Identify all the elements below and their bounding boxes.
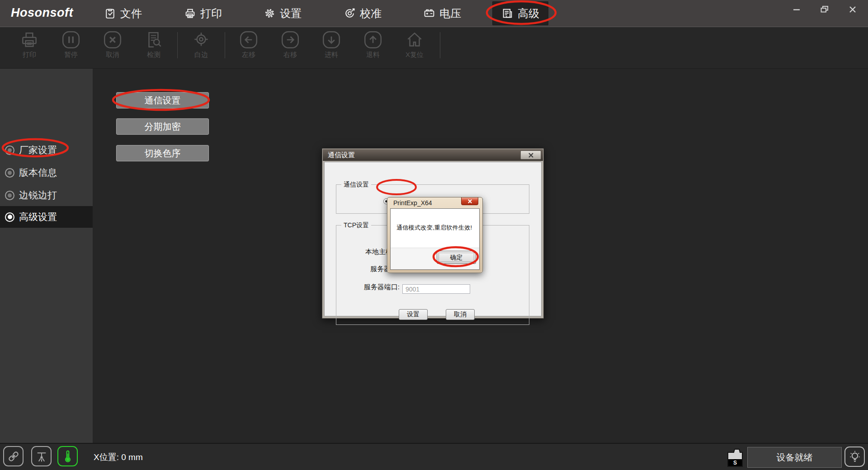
menu-item-label: 文件 — [120, 6, 142, 21]
printexp-message-modal: PrintExp_X64 通信模式改变,重启软件生效! 确定 — [387, 197, 483, 273]
button-label: 分期加密 — [145, 121, 181, 133]
sidebar-item-label: 高级设置 — [19, 211, 57, 223]
restore-button[interactable] — [816, 2, 834, 17]
battery-icon — [423, 7, 435, 19]
toolbar-item-label: 左移 — [242, 51, 255, 59]
pause-icon — [61, 29, 81, 50]
toolbar-feed-button[interactable]: 进料 — [312, 29, 350, 59]
toolbar-separator — [225, 32, 225, 58]
toolbar-separator — [177, 32, 178, 58]
modal-message: 通信模式改变,重启软件生效! — [396, 224, 472, 232]
toolbar-item-label: 右移 — [283, 51, 297, 59]
ink-tank-indicator: S — [725, 447, 745, 468]
menu-item-print[interactable]: 打印 — [175, 1, 231, 25]
groupbox-label: TCP设置 — [341, 221, 371, 230]
arrow-left-icon — [238, 29, 259, 50]
clipboard-check-icon — [104, 7, 116, 19]
toolbar-pause-button[interactable]: 暂停 — [52, 29, 90, 59]
arrow-right-icon — [280, 29, 301, 50]
toolbar-x-reset-button[interactable]: X复位 — [396, 29, 434, 59]
toolbar-withdraw-button[interactable]: 退料 — [354, 29, 392, 59]
device-status-text: 设备就绪 — [777, 451, 813, 464]
sidebar-item-edge-sharp-print[interactable]: 边锐边打 — [0, 184, 93, 206]
toolbar-item-label: 取消 — [106, 51, 119, 59]
radio-icon — [5, 168, 14, 178]
server-port-label: 服务器端口: — [349, 283, 400, 291]
menu-item-label: 校准 — [360, 6, 382, 21]
button-label: 取消 — [454, 310, 467, 319]
titlebar: Hosonsoft 文件 打印 设置 — [0, 0, 868, 27]
toolbar-item-label: 白边 — [194, 51, 208, 59]
toolbar: 打印 暂停 取消 检测 — [0, 28, 868, 69]
toolbar-whiteedge-button[interactable]: 白边 — [182, 29, 220, 59]
toolbar-item-label: 检测 — [147, 51, 160, 59]
localhost-label: 本地主机 — [349, 248, 392, 256]
toolbar-move-left-button[interactable]: 左移 — [230, 29, 268, 59]
close-button[interactable] — [844, 2, 862, 17]
dialog-close-button[interactable] — [520, 150, 541, 160]
home-icon — [404, 29, 425, 50]
sidebar-item-factory-settings[interactable]: 厂家设置 — [0, 139, 93, 161]
menu-item-advanced[interactable]: 高级 — [492, 1, 548, 25]
toolbar-move-right-button[interactable]: 右移 — [271, 29, 309, 59]
menu-item-voltage[interactable]: 电压 — [414, 1, 470, 25]
sidebar-item-version-info[interactable]: 版本信息 — [0, 162, 93, 183]
sidebar-item-advanced-settings[interactable]: 高级设置 — [0, 206, 93, 228]
gear-icon — [264, 7, 276, 19]
menu-item-label: 高级 — [518, 6, 539, 21]
arrow-up-icon — [363, 29, 383, 50]
comm-settings-button[interactable]: 通信设置 — [116, 92, 209, 108]
modal-close-button[interactable] — [461, 197, 478, 205]
dialog-titlebar[interactable]: 通信设置 — [323, 149, 543, 161]
server-label: 服务器 — [349, 265, 391, 273]
button-label: 确定 — [450, 254, 463, 262]
sidebar: 厂家设置 版本信息 边锐边打 高级设置 — [0, 69, 93, 443]
ink-tank-label: S — [725, 460, 745, 466]
lightbulb-icon — [847, 449, 863, 465]
ok-button[interactable]: 确定 — [437, 251, 476, 264]
menu-item-label: 设置 — [280, 6, 302, 21]
modal-title: PrintExp_X64 — [393, 199, 432, 207]
groupbox-label: 通信设置 — [341, 181, 371, 189]
toolbar-detect-button[interactable]: 检测 — [135, 29, 173, 59]
toolbar-item-label: X复位 — [406, 51, 424, 59]
crosshair-icon — [191, 29, 212, 50]
menu-item-settings[interactable]: 设置 — [255, 1, 311, 25]
minimize-button[interactable] — [788, 2, 806, 17]
link-icon — [6, 449, 21, 464]
x-position-readout: X位置: 0 mm — [94, 451, 143, 463]
button-label: 切换色序 — [145, 147, 181, 160]
thermometer-icon — [60, 449, 75, 464]
light-button[interactable] — [844, 446, 865, 467]
menu-item-label: 打印 — [200, 6, 222, 21]
device-status-badge: 设备就绪 — [747, 447, 842, 468]
printhead-icon — [34, 449, 49, 464]
toolbar-item-label: 打印 — [23, 51, 36, 59]
menu-item-file[interactable]: 文件 — [95, 1, 151, 25]
radio-icon — [5, 146, 14, 155]
switch-color-order-button[interactable]: 切换色序 — [116, 145, 209, 161]
sidebar-item-label: 版本信息 — [19, 166, 57, 179]
button-label: 设置 — [407, 310, 420, 319]
temperature-button[interactable] — [57, 446, 78, 466]
button-label: 通信设置 — [145, 94, 181, 107]
advanced-list-icon — [501, 7, 514, 19]
printhead-button[interactable] — [31, 446, 52, 466]
menu-item-calibrate[interactable]: 校准 — [335, 1, 391, 25]
calibrate-target-icon — [344, 7, 356, 19]
menu-item-label: 电压 — [439, 6, 461, 21]
radio-icon — [5, 191, 14, 200]
server-port-input[interactable] — [402, 284, 470, 294]
dialog-set-button[interactable]: 设置 — [399, 309, 428, 320]
connection-link-button[interactable] — [3, 446, 24, 466]
dialog-cancel-button[interactable]: 取消 — [446, 309, 475, 320]
modal-button-area: 确定 — [391, 248, 479, 269]
toolbar-print-button[interactable]: 打印 — [10, 29, 48, 59]
sidebar-item-label: 边锐边打 — [19, 189, 57, 202]
toolbar-cancel-button[interactable]: 取消 — [94, 29, 132, 59]
toolbar-separator — [440, 32, 440, 58]
arrow-down-icon — [321, 29, 342, 50]
staged-encryption-button[interactable]: 分期加密 — [116, 118, 209, 135]
radio-icon — [5, 212, 14, 222]
toolbar-item-label: 暂停 — [64, 51, 78, 59]
